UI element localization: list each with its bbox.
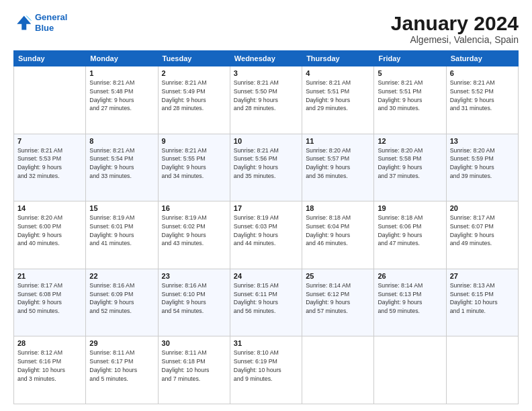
day-number: 2 [162, 69, 226, 77]
day-number: 18 [306, 204, 370, 212]
calendar-cell: 12Sunrise: 8:20 AMSunset: 5:58 PMDayligh… [374, 134, 446, 201]
day-info: Sunrise: 8:19 AMSunset: 6:02 PMDaylight:… [162, 214, 226, 248]
weekday-header-tuesday: Tuesday [158, 51, 230, 66]
day-number: 11 [306, 137, 370, 145]
calendar-cell: 13Sunrise: 8:20 AMSunset: 5:59 PMDayligh… [446, 134, 518, 201]
calendar-cell: 18Sunrise: 8:18 AMSunset: 6:04 PMDayligh… [302, 201, 374, 269]
calendar-cell: 14Sunrise: 8:20 AMSunset: 6:00 PMDayligh… [14, 201, 86, 269]
day-number: 19 [378, 204, 442, 212]
day-number: 14 [17, 204, 82, 212]
day-number: 7 [17, 137, 82, 145]
logo-line2: Blue [35, 23, 54, 33]
day-number: 4 [306, 69, 370, 77]
day-number: 10 [234, 137, 298, 145]
day-number: 22 [89, 272, 154, 280]
day-info: Sunrise: 8:11 AMSunset: 6:17 PMDaylight:… [89, 349, 154, 383]
day-info: Sunrise: 8:21 AMSunset: 5:56 PMDaylight:… [234, 146, 298, 181]
day-number: 9 [162, 137, 226, 145]
calendar-cell [302, 336, 374, 404]
calendar-cell: 17Sunrise: 8:19 AMSunset: 6:03 PMDayligh… [230, 201, 302, 269]
calendar-cell: 25Sunrise: 8:14 AMSunset: 6:12 PMDayligh… [302, 269, 374, 336]
day-info: Sunrise: 8:18 AMSunset: 6:06 PMDaylight:… [378, 214, 442, 248]
calendar-cell [14, 66, 86, 134]
day-number: 1 [89, 69, 154, 77]
logo: General Blue [13, 12, 67, 33]
calendar-cell: 8Sunrise: 8:21 AMSunset: 5:54 PMDaylight… [86, 134, 158, 201]
calendar-cell: 11Sunrise: 8:20 AMSunset: 5:57 PMDayligh… [302, 134, 374, 201]
day-number: 15 [89, 204, 154, 212]
calendar-cell: 7Sunrise: 8:21 AMSunset: 5:53 PMDaylight… [14, 134, 86, 201]
day-number: 5 [378, 69, 442, 77]
day-number: 17 [234, 204, 298, 212]
calendar-cell [446, 336, 518, 404]
day-info: Sunrise: 8:21 AMSunset: 5:49 PMDaylight:… [162, 79, 226, 113]
calendar-cell: 1Sunrise: 8:21 AMSunset: 5:48 PMDaylight… [86, 66, 158, 134]
day-info: Sunrise: 8:17 AMSunset: 6:07 PMDaylight:… [450, 214, 515, 248]
day-info: Sunrise: 8:21 AMSunset: 5:53 PMDaylight:… [17, 146, 82, 181]
calendar-cell: 4Sunrise: 8:21 AMSunset: 5:51 PMDaylight… [302, 66, 374, 134]
day-number: 30 [162, 339, 226, 347]
weekday-header-sunday: Sunday [14, 51, 86, 66]
title-block: January 2024 Algemesi, Valencia, Spain [391, 12, 519, 45]
day-info: Sunrise: 8:21 AMSunset: 5:55 PMDaylight:… [162, 146, 226, 181]
day-number: 16 [162, 204, 226, 212]
day-info: Sunrise: 8:21 AMSunset: 5:52 PMDaylight:… [450, 79, 515, 113]
day-number: 28 [17, 339, 82, 347]
day-info: Sunrise: 8:11 AMSunset: 6:18 PMDaylight:… [162, 349, 226, 383]
calendar-cell: 9Sunrise: 8:21 AMSunset: 5:55 PMDaylight… [158, 134, 230, 201]
logo-text: General Blue [35, 12, 67, 33]
calendar-week-4: 21Sunrise: 8:17 AMSunset: 6:08 PMDayligh… [14, 269, 519, 336]
main-title: January 2024 [391, 12, 519, 34]
day-number: 12 [378, 137, 442, 145]
day-number: 3 [234, 69, 298, 77]
logo-line1: General [35, 12, 67, 22]
header: General Blue January 2024 Algemesi, Vale… [13, 12, 519, 45]
day-info: Sunrise: 8:19 AMSunset: 6:03 PMDaylight:… [234, 214, 298, 248]
calendar-week-3: 14Sunrise: 8:20 AMSunset: 6:00 PMDayligh… [14, 201, 519, 269]
calendar-cell: 2Sunrise: 8:21 AMSunset: 5:49 PMDaylight… [158, 66, 230, 134]
day-info: Sunrise: 8:20 AMSunset: 5:57 PMDaylight:… [306, 146, 370, 181]
day-info: Sunrise: 8:20 AMSunset: 5:59 PMDaylight:… [450, 146, 515, 181]
day-info: Sunrise: 8:21 AMSunset: 5:51 PMDaylight:… [378, 79, 442, 113]
day-number: 8 [89, 137, 154, 145]
day-info: Sunrise: 8:12 AMSunset: 6:16 PMDaylight:… [17, 349, 82, 383]
calendar-cell: 22Sunrise: 8:16 AMSunset: 6:09 PMDayligh… [86, 269, 158, 336]
day-number: 27 [450, 272, 515, 280]
day-info: Sunrise: 8:16 AMSunset: 6:10 PMDaylight:… [162, 281, 226, 316]
svg-marker-0 [17, 15, 31, 30]
day-number: 6 [450, 69, 515, 77]
calendar-cell: 24Sunrise: 8:15 AMSunset: 6:11 PMDayligh… [230, 269, 302, 336]
calendar-week-2: 7Sunrise: 8:21 AMSunset: 5:53 PMDaylight… [14, 134, 519, 201]
weekday-header-friday: Friday [374, 51, 446, 66]
day-info: Sunrise: 8:21 AMSunset: 5:50 PMDaylight:… [234, 79, 298, 113]
weekday-header-thursday: Thursday [302, 51, 374, 66]
weekday-header-row: SundayMondayTuesdayWednesdayThursdayFrid… [14, 51, 519, 66]
logo-icon [13, 13, 32, 32]
calendar-cell: 28Sunrise: 8:12 AMSunset: 6:16 PMDayligh… [14, 336, 86, 404]
calendar-cell: 30Sunrise: 8:11 AMSunset: 6:18 PMDayligh… [158, 336, 230, 404]
day-info: Sunrise: 8:20 AMSunset: 5:58 PMDaylight:… [378, 146, 442, 181]
day-info: Sunrise: 8:21 AMSunset: 5:51 PMDaylight:… [306, 79, 370, 113]
day-info: Sunrise: 8:13 AMSunset: 6:15 PMDaylight:… [450, 281, 515, 316]
calendar-cell: 26Sunrise: 8:14 AMSunset: 6:13 PMDayligh… [374, 269, 446, 336]
day-info: Sunrise: 8:17 AMSunset: 6:08 PMDaylight:… [17, 281, 82, 316]
calendar-cell: 15Sunrise: 8:19 AMSunset: 6:01 PMDayligh… [86, 201, 158, 269]
day-info: Sunrise: 8:15 AMSunset: 6:11 PMDaylight:… [234, 281, 298, 316]
day-number: 23 [162, 272, 226, 280]
calendar-cell: 3Sunrise: 8:21 AMSunset: 5:50 PMDaylight… [230, 66, 302, 134]
weekday-header-saturday: Saturday [446, 51, 518, 66]
calendar-cell: 5Sunrise: 8:21 AMSunset: 5:51 PMDaylight… [374, 66, 446, 134]
calendar-cell: 16Sunrise: 8:19 AMSunset: 6:02 PMDayligh… [158, 201, 230, 269]
day-number: 26 [378, 272, 442, 280]
day-info: Sunrise: 8:14 AMSunset: 6:13 PMDaylight:… [378, 281, 442, 316]
day-info: Sunrise: 8:20 AMSunset: 6:00 PMDaylight:… [17, 214, 82, 248]
day-number: 24 [234, 272, 298, 280]
day-number: 21 [17, 272, 82, 280]
day-info: Sunrise: 8:14 AMSunset: 6:12 PMDaylight:… [306, 281, 370, 316]
day-info: Sunrise: 8:18 AMSunset: 6:04 PMDaylight:… [306, 214, 370, 248]
day-info: Sunrise: 8:19 AMSunset: 6:01 PMDaylight:… [89, 214, 154, 248]
page: General Blue January 2024 Algemesi, Vale… [0, 0, 532, 411]
day-number: 29 [89, 339, 154, 347]
calendar-cell: 23Sunrise: 8:16 AMSunset: 6:10 PMDayligh… [158, 269, 230, 336]
calendar-table: SundayMondayTuesdayWednesdayThursdayFrid… [13, 50, 519, 404]
